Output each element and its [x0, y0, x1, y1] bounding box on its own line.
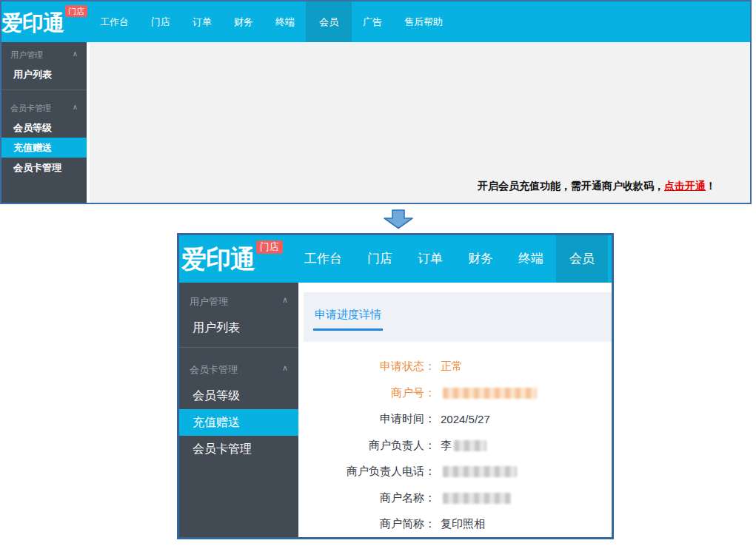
nav-item-store[interactable]: 门店	[355, 235, 405, 283]
application-detail-form: 申请状态： 正常 商户号： 申请时间： 2024/5/27 商户负责人： 李 商…	[304, 354, 612, 538]
notice-suffix: ！	[706, 180, 716, 192]
field-value	[441, 466, 517, 477]
sidebar-group-title: 用户管理	[10, 50, 43, 59]
app-logo[interactable]: 爱印通 门店	[1, 1, 89, 42]
sidebar-item-recharge-gift[interactable]: 充值赠送	[179, 409, 298, 436]
form-row-merchant-contact: 商户负责人： 李	[304, 433, 612, 459]
screenshot-application-progress-page: 爱印通 门店 工作台 门店 订单 财务 终端 会员 用户管理 ∧ 用户列表 会员…	[177, 233, 614, 539]
tab-bar: 申请进度详情	[304, 292, 612, 342]
field-label: 商户负责人：	[304, 439, 435, 453]
main-content: 开启会员充值功能，需开通商户收款码，点击开通！	[90, 43, 750, 203]
collapse-caret-icon: ∧	[73, 50, 78, 58]
app-logo[interactable]: 爱印通 门店	[179, 235, 292, 283]
main-nav: 工作台 门店 订单 财务 终端 会员 广告 售后帮助	[89, 1, 454, 42]
field-value: 2024/5/27	[441, 413, 490, 425]
sidebar: 用户管理 ∧ 用户列表 会员卡管理 ∧ 会员等级 充值赠送 会员卡管理	[179, 283, 298, 537]
field-label: 申请状态：	[304, 360, 435, 374]
form-row-merchant-name: 商户名称：	[304, 485, 612, 512]
form-row-contact-phone: 商户负责人电话：	[304, 459, 612, 485]
nav-item-orders[interactable]: 订单	[405, 235, 455, 283]
form-row-merchant-short-name: 商户简称： 复印照相	[304, 511, 612, 538]
field-value	[441, 493, 511, 504]
form-row-merchant-id: 商户号：	[304, 380, 612, 407]
nav-item-finance[interactable]: 财务	[455, 235, 506, 283]
form-row-status: 申请状态： 正常	[304, 354, 612, 380]
sidebar-divider	[179, 347, 298, 348]
open-merchant-notice: 开启会员充值功能，需开通商户收款码，点击开通！	[478, 180, 716, 193]
nav-item-ads[interactable]: 广告	[352, 1, 393, 42]
sidebar: 用户管理 ∧ 用户列表 会员卡管理 ∧ 会员等级 充值赠送 会员卡管理	[1, 42, 87, 203]
top-header-bar: 爱印通 门店 工作台 门店 订单 财务 终端 会员 广告 售后帮助	[1, 1, 750, 42]
field-label: 商户简称：	[304, 517, 435, 531]
nav-item-workbench[interactable]: 工作台	[292, 235, 355, 283]
sidebar-item-member-level[interactable]: 会员等级	[1, 118, 87, 138]
nav-item-terminal[interactable]: 终端	[264, 1, 306, 42]
sidebar-group-title: 会员卡管理	[10, 104, 51, 112]
sidebar-item-recharge-gift[interactable]: 充值赠送	[1, 138, 87, 158]
field-value: 李	[441, 439, 486, 453]
sidebar-group-member-card[interactable]: 会员卡管理 ∧	[179, 354, 298, 382]
redacted-value	[443, 493, 511, 504]
screenshot-member-recharge-page: 爱印通 门店 工作台 门店 订单 财务 终端 会员 广告 售后帮助 用户管理 ∧…	[0, 0, 752, 204]
field-value: 正常	[441, 360, 463, 374]
sidebar-item-member-level[interactable]: 会员等级	[179, 382, 298, 409]
main-nav: 工作台 门店 订单 财务 终端 会员	[292, 235, 608, 283]
top-header-bar: 爱印通 门店 工作台 门店 订单 财务 终端 会员	[179, 235, 612, 283]
field-label: 商户号：	[304, 386, 435, 400]
sidebar-item-member-card-mgmt[interactable]: 会员卡管理	[179, 436, 298, 462]
nav-item-member[interactable]: 会员	[556, 235, 608, 283]
field-label: 商户负责人电话：	[304, 465, 435, 479]
sidebar-divider	[1, 90, 87, 90]
sidebar-item-member-card-mgmt[interactable]: 会员卡管理	[1, 158, 87, 178]
collapse-caret-icon: ∧	[73, 103, 78, 111]
tab-application-progress[interactable]: 申请进度详情	[313, 308, 383, 331]
nav-item-finance[interactable]: 财务	[223, 1, 264, 42]
logo-text: 爱印通	[1, 9, 64, 38]
notice-text: 开启会员充值功能，需开通商户收款码，	[478, 180, 664, 192]
sidebar-group-user-management[interactable]: 用户管理 ∧	[1, 42, 87, 64]
redacted-value	[454, 440, 486, 451]
sidebar-item-user-list[interactable]: 用户列表	[1, 64, 87, 84]
collapse-caret-icon: ∧	[282, 363, 288, 373]
field-label: 申请时间：	[304, 412, 435, 426]
nav-item-member[interactable]: 会员	[306, 1, 352, 42]
redacted-value	[443, 388, 537, 399]
sidebar-group-user-management[interactable]: 用户管理 ∧	[179, 286, 298, 314]
down-arrow-icon	[383, 209, 414, 229]
sidebar-item-user-list[interactable]: 用户列表	[179, 314, 298, 341]
field-value: 复印照相	[441, 517, 485, 531]
sidebar-group-member-card[interactable]: 会员卡管理 ∧	[1, 95, 87, 118]
nav-item-orders[interactable]: 订单	[181, 1, 223, 42]
nav-item-aftersale-help[interactable]: 售后帮助	[393, 1, 454, 42]
logo-text: 爱印通	[181, 243, 255, 277]
collapse-caret-icon: ∧	[282, 295, 288, 305]
nav-item-workbench[interactable]: 工作台	[89, 1, 140, 42]
store-badge: 门店	[256, 240, 283, 254]
form-row-apply-time: 申请时间： 2024/5/27	[304, 406, 612, 433]
nav-item-store[interactable]: 门店	[140, 1, 181, 42]
field-value	[441, 388, 537, 399]
sidebar-group-title: 用户管理	[190, 296, 228, 307]
sidebar-group-title: 会员卡管理	[190, 364, 238, 375]
field-label: 商户名称：	[304, 491, 435, 505]
store-badge: 门店	[65, 5, 87, 17]
nav-item-terminal[interactable]: 终端	[506, 235, 556, 283]
redacted-value	[443, 466, 517, 477]
click-to-open-link[interactable]: 点击开通	[664, 180, 706, 192]
